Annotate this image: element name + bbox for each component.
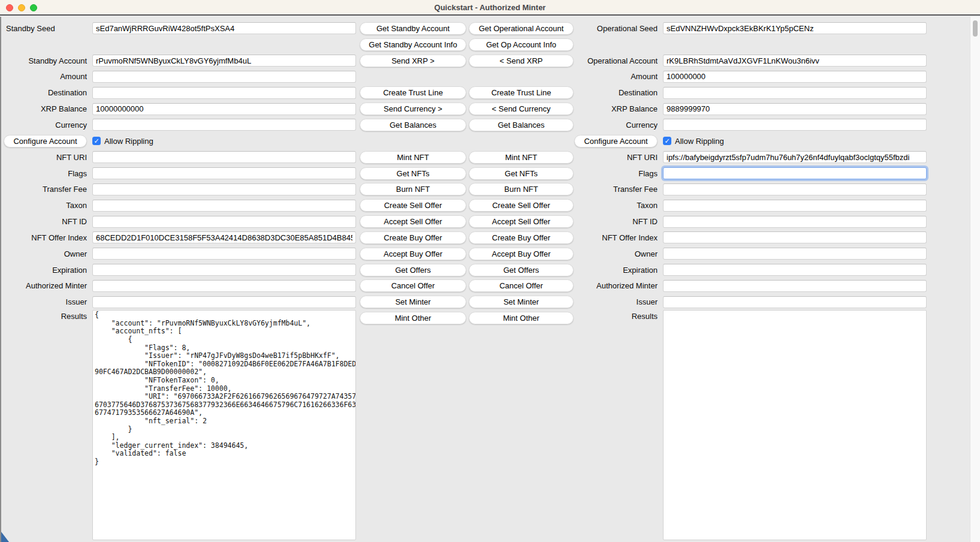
standby-burn-nft-button[interactable]: Burn NFT [360,183,466,195]
scrollbar-thumb[interactable] [973,20,978,37]
operational-accept-buy-offer-button[interactable]: Accept Buy Offer [469,248,574,260]
standby-authorized-minter-input[interactable] [92,280,356,292]
standby-mint-nft-button[interactable]: Mint NFT [360,151,466,164]
standby-amount-input[interactable] [92,71,356,83]
operational-amount-label: Amount [631,72,658,81]
operational-taxon-input[interactable] [663,200,927,212]
standby-get-offers-button[interactable]: Get Offers [360,264,466,276]
standby-buttons-column: Get Standby Account Get Standby Account … [360,17,466,326]
standby-set-minter-button[interactable]: Set Minter [360,296,466,308]
get-standby-account-button[interactable]: Get Standby Account [360,22,466,35]
operational-expiration-input[interactable] [663,264,927,276]
standby-expiration-input[interactable] [92,264,356,276]
operational-results-textarea[interactable] [663,310,927,540]
get-operational-account-button[interactable]: Get Operational Account [469,22,574,35]
standby-create-buy-offer-button[interactable]: Create Buy Offer [360,231,466,244]
standby-amount-label: Amount [60,72,87,81]
standby-destination-input[interactable] [92,87,356,99]
operational-authorized-minter-input[interactable] [663,280,927,292]
operational-get-balances-button[interactable]: Get Balances [469,119,574,131]
vertical-scrollbar[interactable] [970,17,980,542]
operational-nft-uri-input[interactable] [663,151,927,163]
standby-nft-offer-index-input[interactable] [92,231,356,243]
operational-issuer-input[interactable] [663,296,927,308]
standby-nft-id-input[interactable] [92,216,356,228]
operational-get-nfts-button[interactable]: Get NFTs [469,167,574,180]
standby-xrp-balance-input[interactable] [92,103,356,115]
standby-create-sell-offer-button[interactable]: Create Sell Offer [360,199,466,212]
standby-allow-rippling-checkbox[interactable]: ✓ [92,137,101,145]
operational-destination-label: Destination [619,88,658,97]
operational-amount-input[interactable] [663,71,927,83]
standby-taxon-label: Taxon [66,201,87,210]
operational-accept-sell-offer-button[interactable]: Accept Sell Offer [469,215,574,228]
operational-currency-label: Currency [626,121,658,130]
operational-results-label: Results [632,312,658,321]
traffic-lights [6,4,37,11]
get-op-account-info-button[interactable]: Get Op Account Info [469,38,574,51]
operational-owner-input[interactable] [663,248,927,260]
operational-account-input[interactable] [663,55,927,67]
operational-destination-input[interactable] [663,87,927,99]
standby-send-xrp-button[interactable]: Send XRP > [360,55,466,67]
operational-mint-other-button[interactable]: Mint Other [469,312,574,324]
operational-get-offers-button[interactable]: Get Offers [469,264,574,276]
standby-configure-account-button[interactable]: Configure Account [4,135,87,147]
standby-create-trust-line-button[interactable]: Create Trust Line [360,86,466,99]
operational-set-minter-button[interactable]: Set Minter [469,296,574,308]
operational-nft-id-input[interactable] [663,216,927,228]
operational-nft-uri-label: NFT URI [627,153,658,162]
corner-triangle [1,532,9,542]
operational-allow-rippling-label: Allow Rippling [675,137,724,146]
operational-create-sell-offer-button[interactable]: Create Sell Offer [469,199,574,212]
operational-flags-input[interactable] [663,167,927,179]
standby-account-input[interactable] [92,55,356,67]
operational-burn-nft-button[interactable]: Burn NFT [469,183,574,195]
operational-allow-rippling-checkbox[interactable]: ✓ [663,137,671,145]
operational-taxon-label: Taxon [637,201,658,210]
standby-nft-uri-input[interactable] [92,151,356,163]
operational-send-xrp-button[interactable]: < Send XRP [469,55,574,67]
standby-flags-input[interactable] [92,167,356,179]
standby-results-label: Results [61,312,87,321]
standby-issuer-input[interactable] [92,296,356,308]
standby-results-textarea[interactable]: { "account": "rPuvmoRNf5WNByuxCkLY8vGY6y… [92,310,356,540]
standby-allow-rippling-row: ✓ Allow Rippling [92,137,153,146]
operational-send-currency-button[interactable]: < Send Currency [469,103,574,115]
standby-seed-input[interactable] [92,22,356,34]
titlebar: Quickstart - Authorized Minter [0,0,980,16]
standby-transfer-fee-input[interactable] [92,183,356,195]
zoom-button[interactable] [30,4,37,11]
operational-create-trust-line-button[interactable]: Create Trust Line [469,86,574,99]
operational-xrp-balance-input[interactable] [663,103,927,115]
window-title: Quickstart - Authorized Minter [0,3,980,12]
operational-nft-offer-index-input[interactable] [663,231,927,243]
operational-mint-nft-button[interactable]: Mint NFT [469,151,574,164]
standby-seed-label: Standby Seed [6,24,55,33]
standby-issuer-label: Issuer [66,297,87,306]
standby-flags-label: Flags [68,169,87,178]
operational-cancel-offer-button[interactable]: Cancel Offer [469,279,574,292]
operational-create-buy-offer-button[interactable]: Create Buy Offer [469,231,574,244]
operational-account-label: Operational Account [587,56,658,65]
minimize-button[interactable] [18,4,25,11]
operational-configure-account-button[interactable]: Configure Account [574,135,658,147]
standby-send-currency-button[interactable]: Send Currency > [360,103,466,115]
standby-accept-buy-offer-button[interactable]: Accept Buy Offer [360,248,466,260]
standby-currency-input[interactable] [92,119,356,131]
standby-mint-other-button[interactable]: Mint Other [360,312,466,324]
operational-transfer-fee-input[interactable] [663,183,927,195]
standby-cancel-offer-button[interactable]: Cancel Offer [360,279,466,292]
standby-transfer-fee-label: Transfer Fee [43,185,87,194]
standby-accept-sell-offer-button[interactable]: Accept Sell Offer [360,215,466,228]
get-standby-account-info-button[interactable]: Get Standby Account Info [360,38,466,51]
standby-taxon-input[interactable] [92,200,356,212]
standby-get-balances-button[interactable]: Get Balances [360,119,466,131]
operational-seed-input[interactable] [663,22,927,34]
operational-owner-label: Owner [635,249,658,258]
close-button[interactable] [6,4,13,11]
operational-currency-input[interactable] [663,119,927,131]
standby-owner-input[interactable] [92,248,356,260]
standby-get-nfts-button[interactable]: Get NFTs [360,167,466,180]
operational-labels-column: Operational Seed Operational Account Amo… [574,17,661,326]
